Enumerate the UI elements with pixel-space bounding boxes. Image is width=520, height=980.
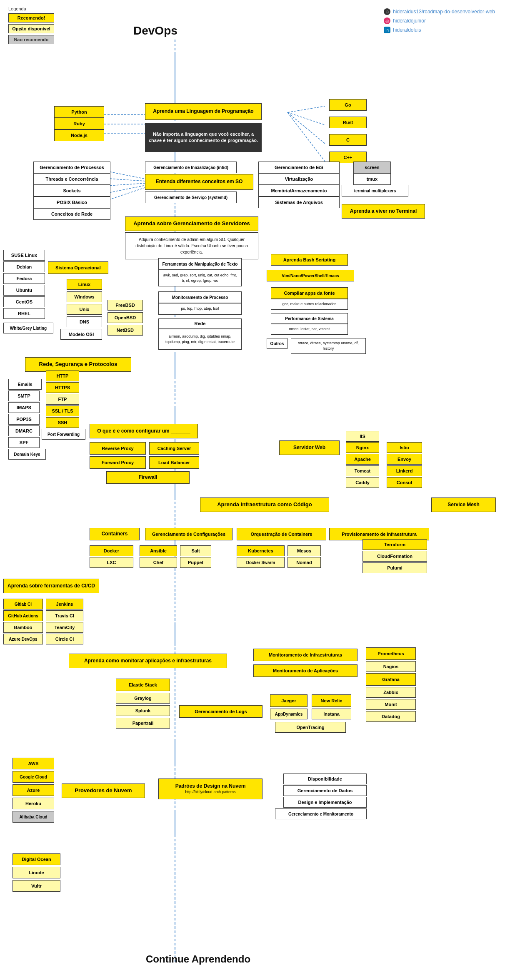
rust-node: Rust [329,117,367,128]
padroes-design-url: http://bit.ly/cloud-arch-patterns [185,790,235,795]
ruby-node: Ruby [54,118,104,129]
padroes-design-node: Padrões de Design na Nuvem http://bit.ly… [158,779,262,799]
performance-node: Performance de Sistema [271,313,348,324]
instana-node: Instana [312,709,351,719]
load-balancer-node: Load Balancer [149,456,199,469]
padroes-design-title: Padrões de Design na Nuvem [175,783,246,790]
legend-item-not-recommend: Não recomendo [8,35,54,44]
containers-node: Containers [90,528,140,540]
design-impl-node: Design e Implementação [283,797,367,808]
nomad-node: Nomad [288,557,321,568]
new-relic-node: New Relic [312,694,351,707]
elastic-stack-node: Elastic Stack [116,679,170,691]
provedores-nuvem-node: Provedores de Nuvem [62,784,145,798]
gerenc-servico-node: Gerenciamento de Serviço (systemd) [145,192,237,203]
instagram-link[interactable]: ◎ hideraldojunior [384,17,495,24]
sistemas-arquivos-node: Sistemas de Arquivos [258,196,340,208]
caching-server-node: Caching Server [149,442,199,455]
vim-node: Vim/Nano/PowerShell/Emacs [267,270,354,281]
instagram-icon: ◎ [384,17,390,24]
docker-node: Docker [90,545,133,556]
caddy-node: Caddy [346,477,379,488]
gerenc-config-node: Gerenciamento de Configurações [145,528,232,540]
gerenc-monit-node: Gerenciamento e Monitoramento [275,808,367,819]
rede-seg-node: Rede, Segurança e Protocolos [25,357,131,372]
legend-item-recommend: Recomendo! [8,13,54,22]
bash-scripting-node: Aprenda Bash Scripting [271,254,348,266]
continue-title: Continue Aprendendo [146,953,250,965]
sockets-node: Sockets [33,185,110,196]
legend-title: Legenda [8,6,54,11]
svg-line-9 [288,112,325,162]
grafana-node: Grafana [366,673,416,686]
unix-node: Unix [67,304,102,315]
rhel-node: RHEL [3,308,45,319]
threads-node: Threads e Concorrência [33,173,110,185]
teamcity-node: TeamCity [46,622,83,633]
linkedin-icon: in [384,27,390,33]
servidor-web-node: Servidor Web [279,440,340,455]
gerenc-init-node: Gerenciamento de Inicialização (intid) [145,162,237,173]
svg-line-7 [288,112,325,125]
modelo-osi-node: Modelo OSI [60,329,102,340]
salt-node: Salt [180,545,211,556]
alibaba-node: Alibaba Cloud [12,811,54,823]
ssh-node: SSH [46,417,79,428]
digital-ocean-node: Digital Ocean [12,853,60,865]
reverse-proxy-node: Reverse Proxy [90,442,146,455]
domain-keys-node: Domain Keys [8,449,46,460]
gerenc-dados-node: Gerenciamento de Dados [283,785,367,796]
linkedin-text: hideraldoluis [393,27,421,33]
dns-node: DNS [67,316,102,327]
github-link[interactable]: ⊙ hideraldus13/roadmap-do-desenvolvedor-… [384,8,495,15]
compilar-node: Compilar apps da fonte [271,287,348,299]
linkerd-node: Linkerd [387,465,422,476]
github-icon: ⊙ [384,8,390,15]
bamboo-node: Bamboo [3,622,43,633]
outros-node: Outros [267,338,288,349]
aprenda-iac-node: Aprenda Infraestrutura como Código [200,497,329,512]
go-node: Go [329,99,367,111]
nodejs-node: Node.js [54,129,104,141]
linode-node: Linode [12,867,60,878]
ansible-node: Ansible [140,545,177,556]
provisionamento-node: Provisionamento de infraestrutura [329,528,429,540]
aprenda-monit-node: Aprenda como monitorar aplicações e infr… [69,654,227,668]
cloudformation-node: CloudFormation [362,551,427,562]
heroku-node: Heroku [12,798,54,809]
rede-desc-node: airmon, airodump, dig, iptables nmap, tc… [158,329,242,350]
monit-node: Monit [366,699,416,710]
ssl-tls-node: SSL / TLS [46,405,79,416]
jaeger-node: Jaeger [270,694,308,707]
white-grey-node: White/Grey Listing [3,323,53,333]
monit-apps-node: Monitoramento de Aplicações [253,664,358,677]
firewall-node: Firewall [106,471,190,484]
iis-node: IIS [346,431,379,442]
chef-node: Chef [140,557,177,568]
forward-proxy-node: Forward Proxy [90,456,146,469]
github-actions-node: GitHub Actions [3,610,43,621]
gitlab-ci-node: Gitlab CI [3,599,43,609]
memoria-node: Memória/Armazenamento [258,185,340,196]
netbsd-node: NetBSD [108,325,143,336]
prometheus-node: Prometheus [366,647,416,660]
terminal-mux-node: terminal multiplexers [342,185,408,196]
pop3s-node: POP3S [8,414,40,425]
linkedin-link[interactable]: in hideraldoluis [384,27,495,33]
tomcat-node: Tomcat [346,465,379,476]
terraform-node: Terraform [362,539,427,550]
legend: Legenda Recomendo! Opção disponível Não … [8,6,54,46]
python-node: Python [54,106,104,118]
instagram-text: hideraldojunior [393,18,426,24]
suse-node: SUSE Linux [3,250,45,261]
outros-desc-node: strace, dtrace, systemtap uname, df, his… [291,338,366,354]
vultr-node: Vultr [12,880,60,892]
entenda-so-node: Entenda diferentes conceitos em SO [145,174,253,190]
rede-node: Rede [158,318,242,329]
envoy-node: Envoy [387,454,422,465]
aprenda-terminal-node: Aprenda a viver no Terminal [342,204,425,219]
github-text: hideraldus13/roadmap-do-desenvolvedor-we… [393,9,495,15]
docker-swarm-node: Docker Swarm [237,557,285,568]
imaps-node: IMAPS [8,402,40,413]
puppet-node: Puppet [180,557,211,568]
